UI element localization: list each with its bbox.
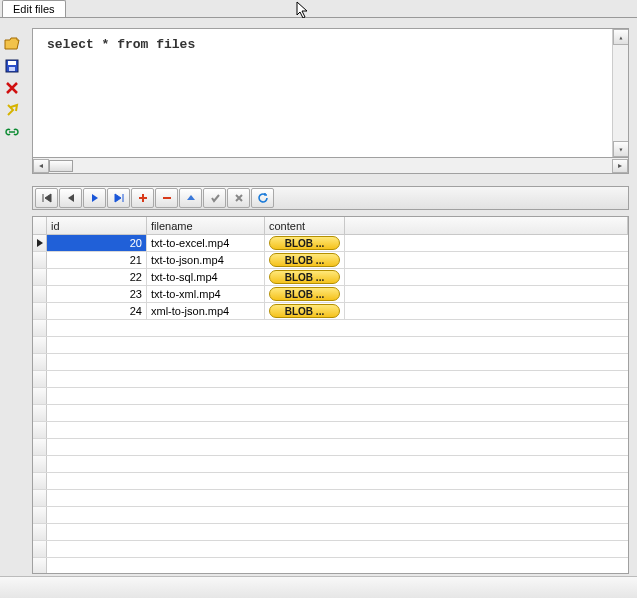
row-indicator	[33, 541, 47, 557]
execute-icon[interactable]	[4, 102, 20, 118]
table-row	[33, 371, 628, 388]
table-row[interactable]: 20txt-to-excel.mp4BLOB ...	[33, 235, 628, 252]
record-nav-toolbar	[32, 186, 629, 210]
blob-button[interactable]: BLOB ...	[269, 253, 340, 267]
row-indicator	[33, 252, 47, 268]
cell-filename[interactable]: xml-to-json.mp4	[147, 303, 265, 319]
table-row	[33, 507, 628, 524]
refresh-button[interactable]	[251, 188, 274, 208]
blob-button[interactable]: BLOB ...	[269, 236, 340, 250]
cell-content: BLOB ...	[265, 235, 345, 251]
edit-record-button[interactable]	[179, 188, 202, 208]
delete-icon[interactable]	[4, 80, 20, 96]
scroll-up-icon[interactable]: ▴	[613, 29, 629, 45]
delete-record-button[interactable]	[155, 188, 178, 208]
row-indicator	[33, 303, 47, 319]
row-indicator	[33, 439, 47, 455]
open-folder-icon[interactable]	[4, 36, 20, 52]
table-row[interactable]: 24xml-to-json.mp4BLOB ...	[33, 303, 628, 320]
scroll-right-icon[interactable]: ▸	[612, 159, 628, 173]
cell-id[interactable]: 21	[47, 252, 147, 268]
blob-button[interactable]: BLOB ...	[269, 287, 340, 301]
row-indicator	[33, 405, 47, 421]
row-indicator	[33, 422, 47, 438]
first-record-button[interactable]	[35, 188, 58, 208]
tab-strip: Edit files	[0, 0, 637, 18]
row-indicator	[33, 235, 47, 251]
row-indicator	[33, 524, 47, 540]
col-header-filename[interactable]: filename	[147, 217, 265, 234]
cancel-button[interactable]	[227, 188, 250, 208]
cell-filename[interactable]: txt-to-json.mp4	[147, 252, 265, 268]
row-indicator	[33, 558, 47, 573]
table-row	[33, 388, 628, 405]
table-row	[33, 320, 628, 337]
link-icon[interactable]	[4, 124, 20, 140]
sql-vscrollbar[interactable]: ▴ ▾	[612, 29, 628, 157]
row-indicator	[33, 320, 47, 336]
row-indicator	[33, 473, 47, 489]
side-toolbar	[0, 18, 24, 574]
blob-button[interactable]: BLOB ...	[269, 304, 340, 318]
prev-record-button[interactable]	[59, 188, 82, 208]
table-row	[33, 405, 628, 422]
row-indicator	[33, 490, 47, 506]
table-row	[33, 541, 628, 558]
cell-filename[interactable]: txt-to-excel.mp4	[147, 235, 265, 251]
row-indicator	[33, 337, 47, 353]
cell-content: BLOB ...	[265, 286, 345, 302]
scroll-thumb[interactable]	[49, 160, 73, 172]
scroll-down-icon[interactable]: ▾	[613, 141, 629, 157]
save-icon[interactable]	[4, 58, 20, 74]
table-row[interactable]: 23txt-to-xml.mp4BLOB ...	[33, 286, 628, 303]
row-indicator	[33, 456, 47, 472]
cell-filename[interactable]: txt-to-xml.mp4	[147, 286, 265, 302]
cell-id[interactable]: 20	[47, 235, 147, 251]
cell-content: BLOB ...	[265, 303, 345, 319]
table-row	[33, 354, 628, 371]
cell-content: BLOB ...	[265, 252, 345, 268]
sql-editor[interactable]: select * from files ▴ ▾	[32, 28, 629, 158]
svg-rect-2	[9, 67, 15, 71]
sql-text: select * from files	[47, 37, 195, 52]
svg-rect-1	[8, 61, 16, 65]
table-row	[33, 558, 628, 573]
col-header-empty	[345, 217, 628, 234]
row-indicator	[33, 371, 47, 387]
cell-id[interactable]: 24	[47, 303, 147, 319]
blob-button[interactable]: BLOB ...	[269, 270, 340, 284]
table-row	[33, 439, 628, 456]
cell-content: BLOB ...	[265, 269, 345, 285]
sql-hscrollbar[interactable]: ◂ ▸	[32, 158, 629, 174]
row-header-corner	[33, 217, 47, 234]
data-grid: id filename content 20txt-to-excel.mp4BL…	[32, 216, 629, 574]
tab-edit-files[interactable]: Edit files	[2, 0, 66, 17]
row-indicator	[33, 507, 47, 523]
add-record-button[interactable]	[131, 188, 154, 208]
scroll-left-icon[interactable]: ◂	[33, 159, 49, 173]
table-row	[33, 422, 628, 439]
col-header-id[interactable]: id	[47, 217, 147, 234]
last-record-button[interactable]	[107, 188, 130, 208]
post-button[interactable]	[203, 188, 226, 208]
table-row	[33, 524, 628, 541]
row-indicator	[33, 286, 47, 302]
grid-body: 20txt-to-excel.mp4BLOB ...21txt-to-json.…	[33, 235, 628, 573]
row-indicator	[33, 354, 47, 370]
table-row[interactable]: 21txt-to-json.mp4BLOB ...	[33, 252, 628, 269]
status-bar	[0, 576, 637, 598]
cell-id[interactable]: 22	[47, 269, 147, 285]
row-indicator	[33, 269, 47, 285]
table-row[interactable]: 22txt-to-sql.mp4BLOB ...	[33, 269, 628, 286]
table-row	[33, 473, 628, 490]
cell-filename[interactable]: txt-to-sql.mp4	[147, 269, 265, 285]
table-row	[33, 337, 628, 354]
next-record-button[interactable]	[83, 188, 106, 208]
row-indicator	[33, 388, 47, 404]
col-header-content[interactable]: content	[265, 217, 345, 234]
table-row	[33, 456, 628, 473]
table-row	[33, 490, 628, 507]
grid-header: id filename content	[33, 217, 628, 235]
cell-id[interactable]: 23	[47, 286, 147, 302]
